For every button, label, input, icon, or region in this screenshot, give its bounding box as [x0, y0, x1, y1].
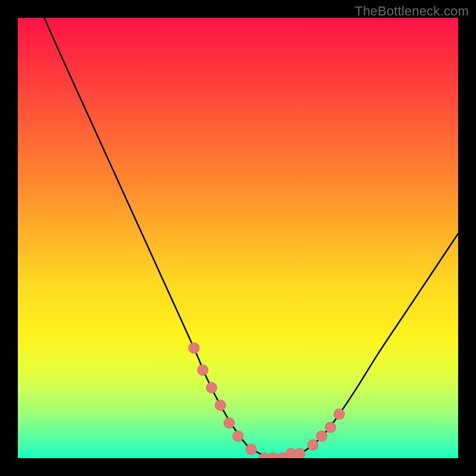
watermark-text: TheBottleneck.com — [355, 4, 469, 19]
marker-point — [206, 383, 217, 393]
bottleneck-curve — [44, 18, 458, 458]
marker-point — [246, 444, 256, 455]
marker-point — [317, 431, 327, 441]
marker-point — [334, 409, 345, 419]
marker-point — [233, 431, 243, 441]
curve-svg — [18, 18, 458, 458]
marker-point — [215, 400, 226, 411]
marker-group — [189, 343, 345, 458]
marker-point — [325, 422, 336, 433]
marker-point — [295, 449, 305, 458]
marker-point — [198, 365, 208, 375]
marker-point — [308, 440, 318, 450]
marker-point — [224, 418, 234, 428]
chart-frame: TheBottleneck.com — [0, 0, 476, 476]
marker-point — [189, 343, 199, 353]
plot-area — [18, 18, 458, 458]
